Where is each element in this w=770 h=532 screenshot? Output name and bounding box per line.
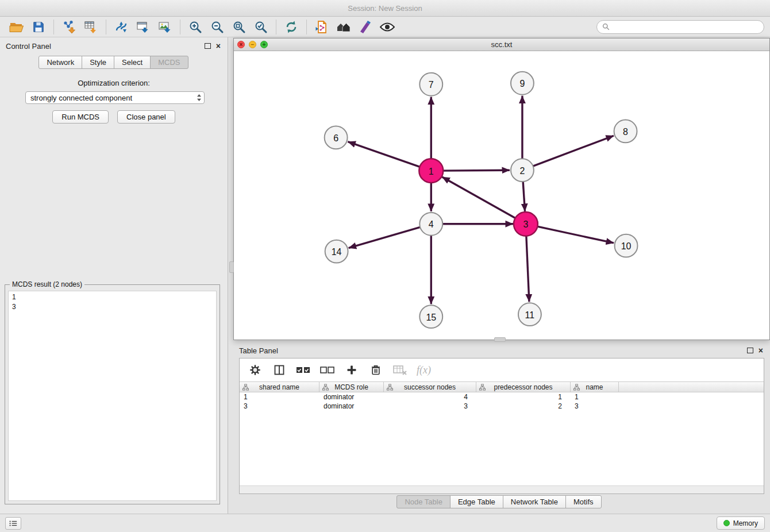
column-header-predecessor-nodes[interactable]: predecessor nodes (476, 382, 571, 392)
search-input[interactable] (613, 22, 759, 32)
close-table-panel-icon[interactable]: × (759, 347, 763, 354)
zoom-fit-button[interactable] (228, 18, 250, 36)
gear-icon (249, 364, 261, 376)
tab-select[interactable]: Select (114, 56, 151, 69)
edge-3-1[interactable] (442, 177, 517, 219)
close-window-button[interactable]: × (237, 41, 245, 48)
open-file-button[interactable] (6, 18, 28, 36)
node-1[interactable]: 1 (419, 159, 443, 183)
tab-motifs[interactable]: Motifs (565, 495, 602, 508)
table-row[interactable]: 3dominator323 (240, 402, 764, 411)
tab-network[interactable]: Network (38, 56, 82, 69)
node-3[interactable]: 3 (514, 212, 538, 236)
import-network-icon (62, 20, 76, 34)
export-image-button[interactable] (154, 18, 176, 36)
unselect-all-icon (320, 365, 335, 375)
close-panel-icon[interactable]: × (216, 43, 221, 49)
node-14[interactable]: 14 (325, 240, 348, 263)
export-network-button[interactable] (132, 18, 154, 36)
zoom-out-button[interactable] (206, 18, 228, 36)
select-all-button[interactable] (296, 363, 311, 377)
unselect-all-button[interactable] (320, 363, 335, 377)
zoom-selected-icon (254, 20, 268, 34)
svg-text:8: 8 (623, 127, 628, 137)
refresh-button[interactable] (280, 18, 302, 36)
export-image-icon (158, 20, 172, 34)
edge-4-14[interactable] (349, 227, 421, 248)
tab-style[interactable]: Style (82, 56, 114, 69)
mcds-result-title: MCDS result (2 nodes) (10, 280, 84, 288)
zoom-selected-button[interactable] (250, 18, 272, 36)
tab-node-table[interactable]: Node Table (396, 495, 451, 508)
table-splitter-handle[interactable] (494, 337, 506, 342)
control-panel-header: Control Panel × (6, 40, 221, 52)
node-4[interactable]: 4 (419, 213, 442, 236)
network-analyzer-button[interactable] (333, 18, 355, 36)
edge-2-8[interactable] (532, 136, 614, 167)
delete-column-button[interactable] (368, 363, 383, 377)
criterion-value: strongly connected component (30, 94, 132, 102)
table-header-row: shared nameMCDS rolesuccessor nodesprede… (240, 381, 764, 392)
close-panel-button[interactable]: Close panel (117, 110, 175, 124)
save-session-button[interactable] (28, 18, 49, 36)
zoom-in-button[interactable] (184, 18, 206, 36)
node-9[interactable]: 9 (511, 72, 534, 95)
edge-3-11[interactable] (526, 234, 529, 302)
network-window-titlebar[interactable]: scc.txt × − + (234, 38, 769, 51)
node-10[interactable]: 10 (615, 234, 638, 257)
attribute-icon (479, 384, 486, 391)
function-builder-label[interactable]: f(x) (417, 364, 431, 376)
node-7[interactable]: 7 (419, 73, 442, 96)
float-panel-icon[interactable] (205, 43, 211, 49)
column-header-mcds-role[interactable]: MCDS role (319, 382, 384, 392)
panel-splitter-handle[interactable] (229, 261, 234, 273)
show-hide-button[interactable] (376, 18, 398, 36)
node-6[interactable]: 6 (325, 126, 348, 149)
memory-button[interactable]: Memory (717, 516, 765, 530)
criterion-dropdown[interactable]: strongly connected component (25, 91, 205, 104)
column-header-name[interactable]: name (571, 382, 619, 392)
search-icon (602, 23, 610, 30)
add-column-button[interactable] (344, 363, 359, 377)
run-mcds-button[interactable]: Run MCDS (52, 110, 109, 124)
column-header-successor-nodes[interactable]: successor nodes (384, 382, 476, 392)
column-header-shared-name[interactable]: shared name (240, 382, 319, 392)
add-icon (346, 364, 357, 376)
home-icons (336, 20, 352, 34)
node-8[interactable]: 8 (614, 120, 637, 143)
show-columns-button[interactable] (272, 363, 287, 377)
mcds-result-list[interactable]: 13 (8, 291, 217, 501)
table-horizontal-scrollbar[interactable] (240, 485, 764, 494)
edge-1-6[interactable] (348, 142, 421, 168)
edge-2-3[interactable] (523, 180, 525, 211)
minimize-window-button[interactable]: − (249, 41, 256, 48)
tab-edge-table[interactable]: Edge Table (450, 495, 503, 508)
zoom-in-icon (188, 20, 202, 34)
maximize-window-button[interactable]: + (260, 41, 268, 48)
table-row[interactable]: 1dominator411 (240, 392, 764, 402)
style-button[interactable] (355, 18, 376, 36)
status-bar: Memory (0, 514, 770, 532)
delete-table-icon (392, 364, 407, 376)
network-tools-button[interactable] (110, 18, 132, 36)
svg-text:14: 14 (332, 247, 342, 257)
delete-table-button[interactable] (392, 363, 407, 377)
tab-mcds[interactable]: MCDS (150, 56, 188, 69)
toolbar-separator (306, 20, 307, 34)
node-15[interactable]: 15 (419, 305, 442, 328)
search-box[interactable] (596, 20, 764, 34)
edge-3-10[interactable] (536, 226, 614, 243)
document-network-button[interactable] (311, 18, 333, 36)
float-table-panel-icon[interactable] (747, 348, 753, 353)
control-panel: Control Panel × NetworkStyleSelectMCDS O… (0, 37, 228, 514)
toolbar-separator (106, 20, 106, 34)
table-settings-button[interactable] (248, 363, 263, 377)
node-2[interactable]: 2 (511, 159, 534, 182)
node-11[interactable]: 11 (518, 303, 541, 326)
import-table-button[interactable] (80, 18, 102, 36)
tab-network-table[interactable]: Network Table (503, 495, 566, 508)
import-network-button[interactable] (58, 18, 80, 36)
edge-1-2[interactable] (441, 170, 510, 171)
task-history-button[interactable] (5, 517, 21, 530)
network-canvas[interactable]: 7968124314101511 (234, 51, 769, 340)
